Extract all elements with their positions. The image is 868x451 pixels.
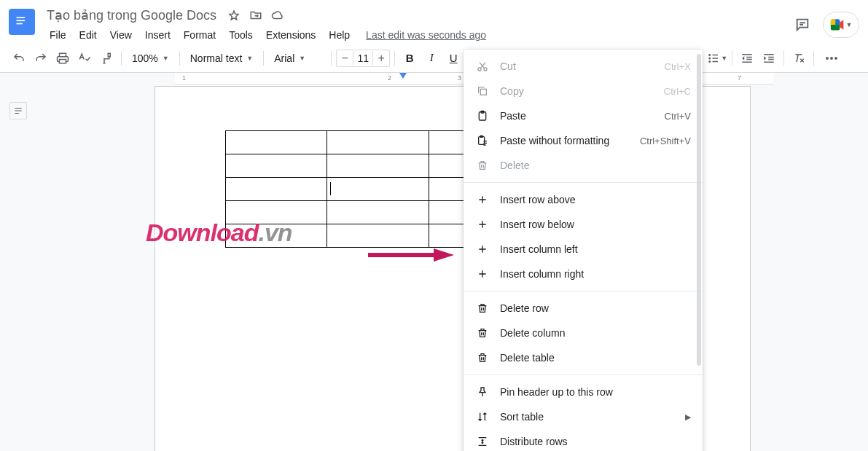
context-menu-item[interactable]: Insert row below [464, 212, 703, 237]
menu-help[interactable]: Help [323, 26, 356, 44]
context-menu: CutCtrl+XCopyCtrl+CPasteCtrl+VPaste with… [464, 50, 703, 451]
menu-extensions[interactable]: Extensions [260, 26, 321, 44]
star-icon[interactable] [227, 8, 241, 23]
context-menu-item[interactable]: Pin header up to this row [464, 380, 703, 404]
plus-icon [475, 242, 490, 256]
trash-icon [475, 350, 490, 365]
clear-formatting-button[interactable] [789, 48, 809, 68]
chevron-down-icon: ▼ [299, 55, 305, 62]
context-menu-label: Paste [500, 110, 665, 122]
svg-point-6 [709, 60, 711, 63]
context-menu-label: Cut [500, 60, 665, 72]
copy-icon [475, 84, 490, 98]
context-menu-label: Distribute rows [500, 436, 691, 447]
context-menu-shortcut: Ctrl+V [665, 111, 691, 122]
plus-icon [475, 192, 490, 207]
toolbar-separator [732, 51, 732, 66]
context-menu-label: Insert column right [500, 268, 691, 280]
ruler-tick: 1 [182, 74, 186, 82]
context-menu-item[interactable]: Paste without formattingCtrl+Shift+V [464, 128, 703, 153]
distribute-rows-icon [475, 434, 490, 449]
svg-point-4 [709, 54, 711, 56]
indent-button[interactable] [759, 48, 779, 68]
context-menu-item[interactable]: PasteCtrl+V [464, 103, 703, 128]
toolbar-overflow[interactable] [821, 48, 842, 68]
pin-icon [475, 385, 490, 399]
underline-button[interactable]: U [443, 48, 464, 68]
context-menu-label: Insert row below [500, 219, 691, 230]
font-size-decrease[interactable]: − [337, 50, 353, 66]
trash-icon [475, 301, 490, 315]
trash-icon [475, 326, 490, 340]
toolbar-separator [813, 51, 814, 66]
cut-icon [475, 59, 490, 74]
menu-format[interactable]: Format [178, 26, 222, 44]
context-menu-shortcut: Ctrl+C [664, 86, 691, 97]
ruler-tick: 7 [738, 74, 741, 82]
context-menu-shortcut: Ctrl+X [665, 61, 691, 72]
meet-button[interactable]: ▼ [823, 12, 859, 38]
context-menu-item[interactable]: Delete row [464, 296, 703, 321]
font-family-select[interactable]: Arial▼ [268, 48, 327, 68]
paint-format-button[interactable] [96, 48, 117, 68]
watermark: Download.vn [146, 219, 292, 247]
svg-rect-12 [480, 89, 486, 95]
menu-view[interactable]: View [104, 26, 138, 44]
context-menu-item[interactable]: Insert column right [464, 262, 703, 286]
app-header: Tạo bảng trong Google Docs File Edit Vie… [0, 0, 868, 44]
context-menu-label: Copy [500, 85, 664, 97]
outdent-button[interactable] [737, 48, 757, 68]
context-menu-label: Delete [500, 160, 691, 171]
comments-button[interactable] [794, 16, 811, 34]
bold-button[interactable]: B [399, 48, 420, 68]
spellcheck-button[interactable] [74, 48, 95, 68]
context-menu-item[interactable]: Delete column [464, 321, 703, 345]
context-menu-scrollbar[interactable] [697, 54, 701, 451]
context-menu-item[interactable]: Distribute rows [464, 429, 703, 451]
context-menu-separator [464, 374, 703, 375]
context-menu-item: CopyCtrl+C [464, 79, 703, 103]
context-menu-item[interactable]: Delete table [464, 345, 703, 370]
indent-marker-icon[interactable] [399, 73, 407, 80]
context-menu-label: Delete column [500, 327, 691, 339]
context-menu-item[interactable]: Insert column left [464, 237, 703, 262]
cloud-status-icon[interactable] [270, 8, 285, 23]
menu-file[interactable]: File [44, 26, 72, 44]
font-size-increase[interactable]: + [373, 50, 389, 66]
context-menu-separator [464, 182, 703, 183]
toolbar-separator [179, 51, 180, 66]
sort-icon [475, 409, 490, 424]
context-menu-label: Paste without formatting [500, 135, 640, 146]
chevron-down-icon: ▼ [246, 55, 253, 62]
active-cell[interactable] [327, 178, 429, 201]
context-menu-item[interactable]: Insert row above [464, 187, 703, 212]
print-button[interactable] [52, 48, 73, 68]
undo-button[interactable] [9, 48, 29, 68]
docs-logo[interactable] [9, 9, 35, 35]
menu-insert[interactable]: Insert [139, 26, 176, 44]
ruler-tick: 2 [388, 74, 391, 82]
zoom-select[interactable]: 100%▼ [126, 48, 175, 68]
paragraph-style-select[interactable]: Normal text▼ [184, 48, 259, 68]
move-icon[interactable] [249, 8, 263, 23]
redo-button[interactable] [31, 48, 51, 68]
bullet-list-button[interactable]: ▼ [707, 48, 727, 68]
italic-button[interactable]: I [421, 48, 442, 68]
svg-point-9 [834, 57, 837, 60]
chevron-down-icon: ▼ [721, 55, 727, 62]
paste-icon [475, 109, 490, 123]
outline-toggle-button[interactable] [9, 102, 27, 119]
menu-edit[interactable]: Edit [74, 26, 103, 44]
context-menu-item[interactable]: Sort table▶ [464, 404, 703, 429]
document-title[interactable]: Tạo bảng trong Google Docs [44, 6, 219, 25]
font-size-value[interactable]: 11 [353, 51, 373, 66]
context-menu-shortcut: Ctrl+Shift+V [640, 136, 691, 146]
title-area: Tạo bảng trong Google Docs File Edit Vie… [42, 6, 794, 44]
menu-tools[interactable]: Tools [223, 26, 259, 44]
context-menu-label: Delete row [500, 302, 691, 314]
last-edit-link[interactable]: Last edit was seconds ago [366, 26, 486, 44]
plus-icon [475, 217, 490, 232]
context-menu-label: Sort table [500, 411, 685, 423]
toolbar-separator [331, 51, 332, 66]
watermark-text: .vn [258, 219, 292, 246]
